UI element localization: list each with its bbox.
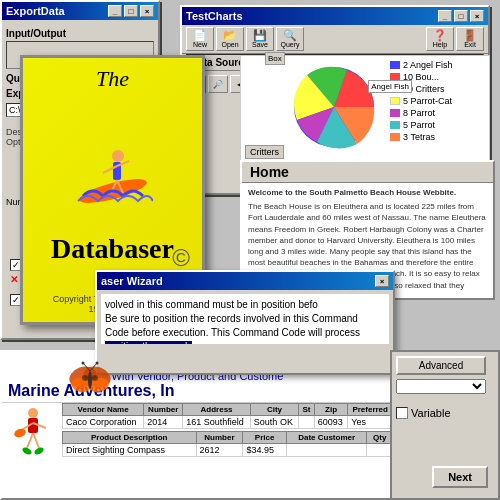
chart-critters-label: Critters — [245, 145, 284, 159]
legend-color-0 — [390, 61, 400, 69]
export-title-buttons: _ □ × — [108, 5, 154, 17]
th-number: Number — [144, 404, 183, 416]
export-title: ExportData — [6, 5, 65, 17]
legend-item-5: 5 Parrot — [390, 120, 485, 130]
save-btn[interactable]: 💾 Save — [246, 27, 274, 51]
testcharts-title: TestCharts — [186, 10, 243, 22]
legend-color-4 — [390, 109, 400, 117]
databaser-title-text: Databaser — [51, 234, 174, 265]
testcharts-toolbar: 📄 New 📂 Open 💾 Save 🔍 Query ❓ Help 🚪 Exi… — [182, 25, 488, 54]
open-icon: 📂 — [223, 30, 237, 41]
wizard-dialog: aser Wizard × volved in this command mus… — [95, 270, 395, 375]
options-select[interactable] — [396, 379, 486, 394]
legend-item-4: 8 Parrot — [390, 108, 485, 118]
legend-label-4: 8 Parrot — [403, 108, 435, 118]
query-btn[interactable]: 🔍 Query — [276, 27, 304, 51]
wizard-highlight: position the records — [105, 341, 192, 344]
svg-point-21 — [82, 375, 88, 381]
maximize-btn[interactable]: □ — [124, 5, 138, 17]
wizard-titlebar: aser Wizard × — [97, 272, 393, 290]
th-st: St — [299, 404, 315, 416]
wizard-title: aser Wizard — [101, 275, 163, 287]
home-header: Home — [242, 162, 493, 183]
export-titlebar: ExportData _ □ × — [2, 2, 158, 20]
vendor-row-1: Caco Corporation 2014 161 Southfield Sou… — [63, 416, 393, 429]
vendor-pref-1: Yes — [348, 416, 393, 429]
surfer-illustration — [73, 121, 153, 206]
home-title: Home — [250, 164, 289, 180]
legend-color-3 — [390, 97, 400, 105]
legend-label-5: 5 Parrot — [403, 120, 435, 130]
wizard-line-2: Code before execution. This Command Code… — [105, 326, 385, 340]
databaser-the-text: The — [96, 66, 129, 92]
tc-maximize-btn[interactable]: □ — [454, 10, 468, 22]
minimize-btn[interactable]: _ — [108, 5, 122, 17]
dropdown-placeholder — [396, 379, 494, 399]
svg-point-22 — [92, 375, 98, 381]
th-preferred: Preferred — [348, 404, 393, 416]
tc-title-buttons: _ □ × — [438, 10, 484, 22]
input-output-label: Input/Output — [6, 28, 154, 39]
vendor-city-1: South OK — [250, 416, 298, 429]
vendor-name-1: Caco Corporation — [63, 416, 144, 429]
legend-item-6: 3 Tetras — [390, 132, 485, 142]
new-btn[interactable]: 📄 New — [186, 27, 214, 51]
legend-item-0: 2 Angel Fish — [390, 60, 485, 70]
svg-line-13 — [33, 433, 39, 448]
wizard-line-1: Be sure to position the records involved… — [105, 312, 385, 326]
wizard-text-area: volved in this command must be in positi… — [101, 294, 389, 344]
exit-btn[interactable]: 🚪 Exit — [456, 27, 484, 51]
svg-point-26 — [82, 362, 85, 365]
vendor-st-1 — [299, 416, 315, 429]
tc-close-btn[interactable]: × — [470, 10, 484, 22]
th-prod-date: Date Customer — [286, 432, 366, 444]
bottom-right-panel: Advanced Variable Next — [390, 350, 500, 500]
th-address: Address — [183, 404, 251, 416]
home-heading: Welcome to the South Palmetto Beach Hous… — [248, 188, 456, 197]
wizard-line-3: position the records — [105, 340, 385, 344]
help-icon: ❓ — [433, 30, 447, 41]
save-icon: 💾 — [253, 30, 267, 41]
prod-desc-1: Direct Sighting Compass — [63, 444, 197, 457]
next-button[interactable]: Next — [432, 466, 488, 488]
prod-date-1 — [286, 444, 366, 457]
svg-point-8 — [28, 408, 38, 418]
svg-line-12 — [27, 433, 33, 448]
marine-logo — [2, 403, 62, 468]
close-btn[interactable]: × — [140, 5, 154, 17]
advanced-button[interactable]: Advanced — [396, 356, 486, 375]
svg-point-2 — [112, 150, 124, 162]
butterfly-illustration — [65, 355, 115, 405]
help-btn[interactable]: ❓ Help — [426, 27, 454, 51]
product-header-row: Product Description Number Price Date Cu… — [63, 432, 393, 444]
query-icon: 🔍 — [283, 30, 297, 41]
svg-point-27 — [96, 362, 99, 365]
open-btn[interactable]: 📂 Open — [216, 27, 244, 51]
legend-label-0: 2 Angel Fish — [403, 60, 453, 70]
box-label: Box — [265, 52, 285, 65]
variable-checkbox[interactable] — [396, 407, 408, 419]
th-city: City — [250, 404, 298, 416]
th-prod-price: Price — [243, 432, 286, 444]
testcharts-titlebar: TestCharts _ □ × — [182, 7, 488, 25]
prod-num-1: 2612 — [196, 444, 243, 457]
th-prod-num: Number — [196, 432, 243, 444]
angel-fish-label: Angel Fish — [368, 80, 412, 93]
legend-item-3: 5 Parrot-Cat — [390, 96, 485, 106]
product-row-1: Direct Sighting Compass 2612 $34.95 — [63, 444, 393, 457]
legend-label-6: 3 Tetras — [403, 132, 435, 142]
exit-icon: 🚪 — [463, 30, 477, 41]
svg-point-23 — [88, 371, 92, 389]
marine-content: Vendor Name Number Address City St Zip P… — [2, 403, 393, 468]
wizard-line-0: volved in this command must be in positi… — [105, 298, 385, 312]
zoom-in-btn[interactable]: 🔎 — [208, 75, 228, 93]
vendor-num-1: 2014 — [144, 416, 183, 429]
legend-label-3: 5 Parrot-Cat — [403, 96, 452, 106]
tc-minimize-btn[interactable]: _ — [438, 10, 452, 22]
butterfly-container — [65, 355, 115, 407]
prod-price-1: $34.95 — [243, 444, 286, 457]
wizard-close-btn[interactable]: × — [375, 275, 389, 287]
copyright-symbol: © — [172, 244, 190, 272]
pie-chart — [287, 60, 382, 155]
variable-label: Variable — [411, 407, 451, 419]
